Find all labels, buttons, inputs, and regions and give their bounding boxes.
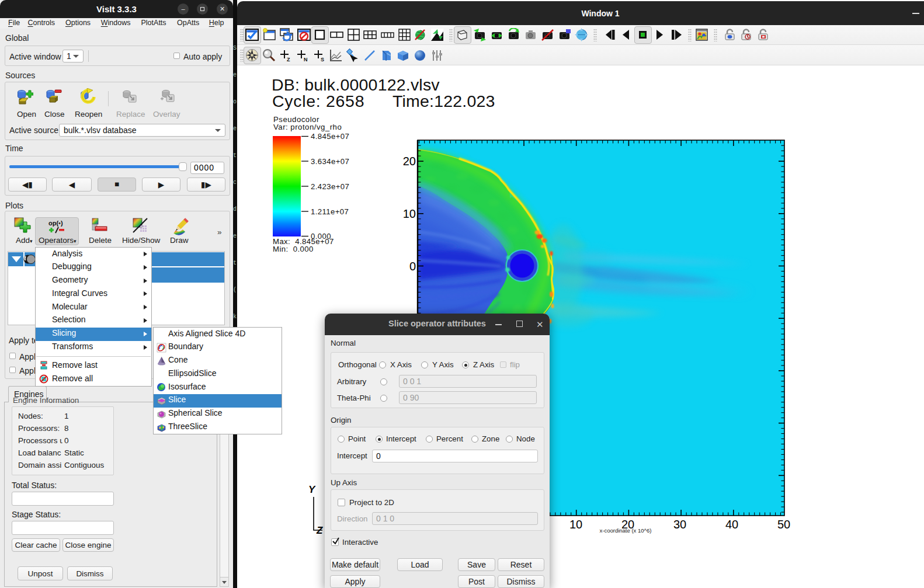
- svg-text:0: 0: [409, 260, 416, 273]
- svg-text:S: S: [321, 57, 324, 62]
- svg-text:Min: 0.000: Min: 0.000: [273, 245, 314, 253]
- svg-text:Cycle: 2658: Cycle: 2658: [272, 92, 364, 110]
- svg-text:x-coordinate (x 10^6): x-coordinate (x 10^6): [600, 527, 652, 534]
- svg-text:30: 30: [673, 518, 686, 531]
- svg-text:1.211e+07: 1.211e+07: [311, 207, 349, 216]
- svg-text:op(•): op(•): [48, 220, 63, 227]
- svg-text:3.634e+07: 3.634e+07: [311, 157, 349, 166]
- svg-text:N: N: [304, 57, 308, 62]
- svg-text:Time:122.023: Time:122.023: [392, 92, 495, 110]
- svg-text:Z: Z: [287, 57, 290, 62]
- svg-text:Y: Y: [308, 484, 316, 495]
- svg-text:50: 50: [777, 518, 790, 531]
- svg-text:4.845e+07: 4.845e+07: [311, 132, 349, 141]
- svg-text:40: 40: [725, 518, 738, 531]
- svg-text:10: 10: [403, 207, 416, 220]
- svg-text:2.423e+07: 2.423e+07: [311, 182, 349, 191]
- svg-text:10: 10: [569, 518, 582, 531]
- svg-text:20: 20: [403, 155, 416, 168]
- svg-text:Var: proton/vg_rho: Var: proton/vg_rho: [273, 123, 342, 131]
